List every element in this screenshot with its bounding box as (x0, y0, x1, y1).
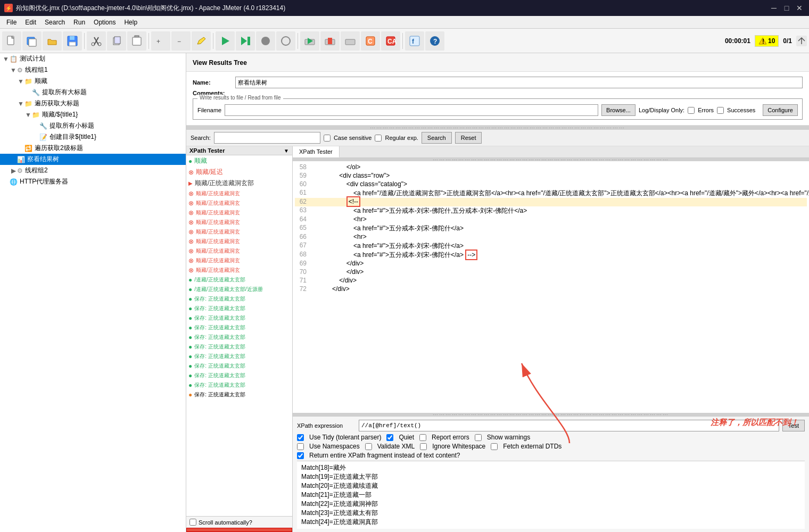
result-item[interactable]: ● 保存: 正统道藏太玄部 (186, 371, 292, 380)
browse-button[interactable]: Browse... (601, 104, 635, 116)
result-item[interactable]: ● 保存: 正统道藏太玄部 (186, 352, 292, 361)
tree-item-shunzang[interactable]: ▼ 📁 顺藏 (0, 76, 186, 87)
result-item[interactable]: ⊗ 顺藏/正统道藏洞玄 (186, 198, 292, 208)
result-item[interactable]: ● /道藏/正统道藏太玄部/近源册 (186, 285, 292, 294)
tree-item-extract-small[interactable]: 🔧 提取所有小标题 (0, 120, 186, 131)
toolbar-new[interactable] (2, 31, 21, 51)
toolbar-paste[interactable] (127, 31, 146, 51)
tree-item-traverse-big[interactable]: ▼ 📁 遍历获取大标题 (0, 98, 186, 109)
validate-xml-checkbox[interactable] (365, 443, 372, 450)
search-button[interactable]: Search (422, 132, 452, 144)
result-item[interactable]: ● 保存: 正统道藏太玄部 (186, 304, 292, 313)
divider-1[interactable]: ⋯⋯⋯⋯⋯⋯⋯⋯⋯⋯⋯⋯⋯⋯⋯⋯⋯⋯⋯⋯⋯⋯⋯⋯⋯⋯⋯⋯⋯⋯⋯⋯⋯⋯⋯⋯⋯⋯⋯⋯ (186, 126, 809, 130)
tree-item-proxy[interactable]: 🌐 HTTP代理服务器 (0, 176, 186, 187)
menu-options[interactable]: Options (89, 18, 120, 27)
tree-item-shunzang-title1[interactable]: ▼ 📁 顺藏/${title1} (0, 109, 186, 120)
tree-item-extract-big[interactable]: 🔧 提取所有大标题 (0, 87, 186, 98)
report-errors-checkbox[interactable] (419, 434, 426, 441)
results-list-header: XPath Tester ▼ (186, 146, 292, 155)
toolbar-edit[interactable] (192, 31, 211, 51)
result-item[interactable]: ● /道藏/正统道藏太玄部 (186, 275, 292, 285)
search-input[interactable] (214, 132, 320, 144)
toolbar-collapse[interactable]: − (171, 31, 191, 51)
toolbar-function-helper[interactable]: f (405, 31, 424, 51)
configure-button[interactable]: Configure (763, 104, 798, 116)
menu-file[interactable]: File (2, 18, 21, 27)
result-item[interactable]: ⊗ 顺藏/正统道藏洞玄 (186, 237, 292, 246)
result-item[interactable]: ● 保存: 正统道藏太玄部 (186, 313, 292, 323)
maximize-button[interactable]: □ (781, 3, 792, 13)
result-item[interactable]: ● 保存: 正统道藏太玄部 (186, 294, 292, 304)
close-button[interactable]: ✕ (794, 3, 805, 13)
toolbar-stop[interactable] (256, 31, 275, 51)
ignore-whitespace-checkbox[interactable] (420, 443, 427, 450)
menu-run[interactable]: Run (69, 18, 89, 27)
toolbar-cut[interactable] (87, 31, 106, 51)
xml-content[interactable]: 58 </ol> 59 <div class="row"> 60 <div cl (293, 161, 809, 413)
tree-item-thread2[interactable]: ▶ ⚙ 线程组2 (0, 165, 186, 176)
xml-line: 60 <div class="catalog"> (295, 180, 807, 189)
scroll-auto-label: Scroll automatically? (199, 519, 252, 526)
result-item[interactable]: ● 保存: 正统道藏太玄部 (186, 342, 292, 352)
toolbar-open[interactable] (43, 31, 62, 51)
toolbar-clear-all[interactable]: CA (381, 31, 400, 51)
filename-input[interactable] (225, 104, 598, 116)
result-item[interactable]: ⊗ 顺藏/正统道藏洞玄 (186, 265, 292, 275)
toolbar-shutdown[interactable] (276, 31, 295, 51)
result-item[interactable]: ● 保存: 正统道藏太玄部 (186, 323, 292, 332)
minimize-button[interactable]: ─ (769, 3, 779, 13)
result-item[interactable]: ● 保存: 正统道藏太玄部 (186, 380, 292, 390)
toolbar-warning[interactable]: ! 10 (755, 35, 779, 47)
fetch-dtds-checkbox[interactable] (491, 443, 498, 450)
regular-exp-checkbox[interactable] (375, 135, 382, 142)
result-item[interactable]: ⊗ 顺藏/正统道藏洞玄 (186, 218, 292, 227)
menu-search[interactable]: Search (40, 18, 69, 27)
toolbar-remote-stop[interactable] (320, 31, 340, 51)
tree-item-results-tree[interactable]: 📊 察看结果树 (0, 154, 186, 165)
tab-xpath-tester[interactable]: XPath Tester (293, 146, 340, 157)
tree-item-traverse-2nd[interactable]: 🔁 遍历获取2级标题 (0, 143, 186, 154)
error-bar (186, 528, 292, 532)
toolbar-templates[interactable] (22, 31, 42, 51)
toolbar-sep5 (402, 33, 403, 49)
tree-item-thread1[interactable]: ▼ ⚙ 线程组1 (0, 64, 186, 76)
result-item[interactable]: ▶ 顺藏/正统道藏洞玄部 (186, 178, 292, 189)
toolbar-start-no-pause[interactable] (236, 31, 255, 51)
result-item[interactable]: ⊗ 顺藏/正统道藏洞玄 (186, 227, 292, 237)
use-tidy-checkbox[interactable] (297, 434, 304, 441)
result-item[interactable]: ● 保存: 正统道藏太玄部 (186, 390, 292, 400)
reset-button[interactable]: Reset (455, 132, 482, 144)
result-item[interactable]: ⊗ 顺藏/延迟 (186, 167, 292, 178)
toolbar-help[interactable]: ? (425, 31, 444, 51)
toolbar-clear[interactable]: C (361, 31, 380, 51)
menu-edit[interactable]: Edit (21, 18, 40, 27)
results-list-items: ● 顺藏 ⊗ 顺藏/延迟 ▶ 顺藏/正统道藏洞玄部 ⊗ 顺藏/正统道藏洞玄 (186, 155, 292, 516)
toolbar-copy[interactable] (107, 31, 126, 51)
case-sensitive-checkbox[interactable] (324, 135, 331, 142)
result-item[interactable]: ⊗ 顺藏/正统道藏洞玄 (186, 208, 292, 218)
successes-checkbox[interactable] (717, 107, 724, 114)
result-item[interactable]: ● 顺藏 (186, 155, 292, 167)
menu-help[interactable]: Help (120, 18, 142, 27)
dropdown-arrow[interactable]: ▼ (284, 148, 289, 154)
toolbar-expand[interactable]: + (151, 31, 170, 51)
quiet-checkbox[interactable] (386, 434, 393, 441)
name-input[interactable] (235, 77, 803, 88)
result-item[interactable]: ⊗ 顺藏/正统道藏洞玄 (186, 189, 292, 198)
errors-checkbox[interactable] (688, 107, 695, 114)
result-item[interactable]: ● 保存: 正统道藏太玄部 (186, 361, 292, 371)
tree-item-testplan[interactable]: ▼ 📋 测试计划 (0, 53, 186, 64)
toolbar-start[interactable] (216, 31, 235, 51)
use-namespaces-checkbox[interactable] (297, 443, 304, 450)
toolbar-remote-start[interactable] (300, 31, 319, 51)
toolbar-remote-shutdown[interactable] (341, 31, 360, 51)
return-fragment-checkbox[interactable] (297, 452, 304, 459)
toolbar-expand-all[interactable] (796, 36, 807, 46)
result-item[interactable]: ⊗ 顺藏/正统道藏洞玄 (186, 246, 292, 256)
tree-item-create-dir[interactable]: 📝 创建目录${title1} (0, 131, 186, 143)
toolbar-save[interactable] (63, 31, 82, 51)
result-item[interactable]: ● 保存: 正统道藏太玄部 (186, 332, 292, 342)
result-item[interactable]: ⊗ 顺藏/正统道藏洞玄 (186, 256, 292, 265)
scroll-auto-checkbox[interactable] (189, 519, 196, 526)
show-warnings-checkbox[interactable] (475, 434, 482, 441)
